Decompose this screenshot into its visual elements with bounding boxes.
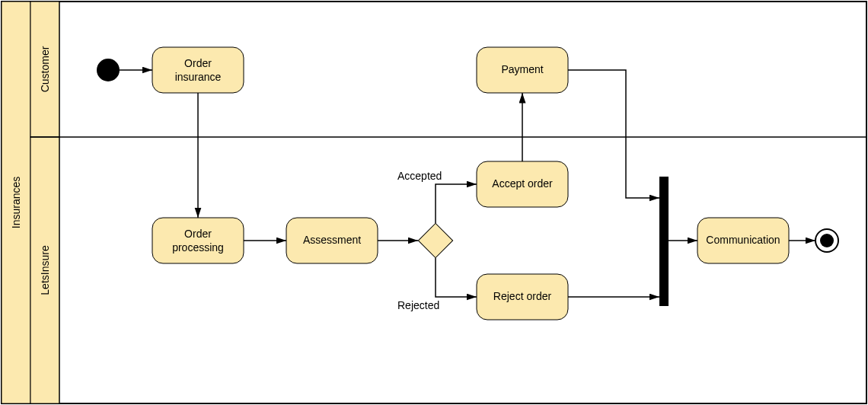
- edge-decision-to-reject: [436, 258, 477, 297]
- guard-rejected: Rejected: [397, 299, 439, 311]
- activity-reject-order-label: Reject order: [493, 290, 552, 302]
- lane-customer-title: Customer: [39, 46, 51, 92]
- guard-accepted: Accepted: [397, 170, 442, 182]
- activity-payment-label: Payment: [501, 63, 543, 75]
- lane-letsinsure-title: LetsInsure: [39, 245, 51, 295]
- activity-assessment-label: Assessment: [303, 234, 361, 246]
- edge-decision-to-accept: [436, 184, 477, 223]
- activity-order-processing-label-2: processing: [172, 241, 224, 254]
- initial-node: [97, 59, 120, 81]
- pool-title: Insurances: [10, 177, 22, 228]
- activity-order-insurance-label-1: Order: [184, 57, 212, 69]
- decision-node: [418, 223, 452, 257]
- pool-frame: [2, 2, 866, 403]
- activity-accept-order-label: Accept order: [492, 177, 553, 190]
- final-node-dot: [820, 234, 834, 247]
- edge-payment-to-join: [568, 70, 659, 198]
- join-bar: [659, 177, 669, 306]
- activity-communication-label: Communication: [706, 234, 780, 246]
- activity-order-processing-label-1: Order: [184, 228, 212, 240]
- activity-order-insurance-label-2: insurance: [175, 71, 222, 83]
